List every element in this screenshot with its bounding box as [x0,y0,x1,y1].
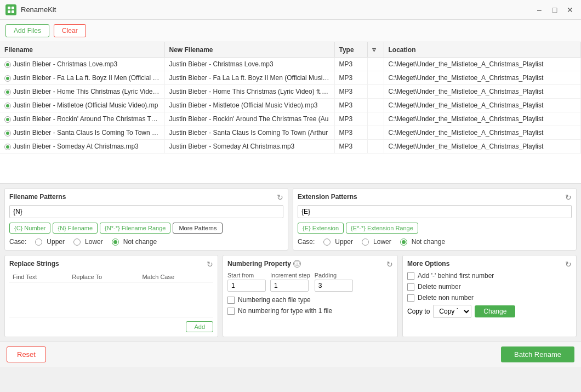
table-row[interactable]: Justin Bieber - Santa Claus Is Coming To… [0,126,581,140]
cell-location: C:\Meget\Under_the_Mistletoe_A_Christmas… [384,112,581,126]
more-check1-box[interactable] [407,272,414,280]
extension-pattern-buttons: {E} Extension {E*-*} Extension Range [298,223,572,234]
pattern-btn-filename[interactable]: {N} Filename [53,223,98,234]
table-row[interactable]: Justin Bieber - Fa La La ft. Boyz II Men… [0,71,581,85]
numbering-refresh[interactable]: ↻ [386,260,393,269]
replace-add-button[interactable]: Add [186,321,213,332]
extension-pattern-input[interactable] [298,205,572,218]
extension-patterns-refresh[interactable]: ↻ [565,193,572,202]
file-table-container: Filename New Filename Type ▿ Location Ju… [0,42,581,184]
filename-case-notchange-radio[interactable] [112,238,119,246]
cell-filter [367,112,384,126]
cell-filter [367,71,384,85]
row-radio[interactable] [4,89,11,95]
cell-filter [367,85,384,99]
add-files-button[interactable]: Add Files [5,24,49,37]
filename-case-upper[interactable]: Upper [35,238,67,246]
cell-filter [367,58,384,71]
cell-filename: Justin Bieber - Santa Claus Is Coming To… [0,126,164,140]
more-check2-box[interactable] [407,283,414,291]
pattern-btn-filename-range[interactable]: {N*-*} Filename Range [100,223,170,234]
cell-location: C:\Meget\Under_the_Mistletoe_A_Christmas… [384,71,581,85]
numbering-info-icon[interactable]: ⓘ [293,260,301,268]
ext-btn-extension[interactable]: {E} Extension [298,223,344,234]
more-options-panel: More Options ↻ Add '-' behind first numb… [402,255,577,337]
cell-new-filename: Justin Bieber - Mistletoe (Official Musi… [164,99,334,112]
row-radio[interactable] [4,130,11,137]
row-radio[interactable] [4,144,11,150]
numbering-check1-box[interactable] [227,297,235,304]
copy-select[interactable]: Copy ` [433,305,471,318]
replace-refresh[interactable]: ↻ [207,260,213,269]
row-radio[interactable] [4,61,11,68]
cell-filename: Justin Bieber - Rockin' Around The Chris… [0,112,164,126]
more-check1-label: Add '-' behind first number [418,272,494,280]
pattern-btn-more[interactable]: More Patterns [173,223,223,234]
pattern-btn-number[interactable]: {C} Number [9,223,50,234]
filename-case-label: Case: [9,238,26,246]
more-options-refresh[interactable]: ↻ [565,260,572,269]
filename-case-notchange-label: Not change [123,238,157,246]
filename-case-notchange[interactable]: Not change [112,238,159,246]
table-row[interactable]: Justin Bieber - Someday At Christmas.mp3… [0,140,581,154]
table-row[interactable]: Justin Bieber - Rockin' Around The Chris… [0,112,581,126]
ext-btn-extension-range[interactable]: {E*-*} Extension Range [346,223,418,234]
padding-field: Padding [315,272,353,292]
increment-step-input[interactable] [270,280,309,292]
file-table: Filename New Filename Type ▿ Location Ju… [0,42,581,154]
filename-patterns-title: Filename Patterns [9,193,283,201]
extension-case-notchange[interactable]: Not change [400,238,447,246]
extension-case-lower-radio[interactable] [362,238,369,246]
table-row[interactable]: Justin Bieber - Home This Christmas (Lyr… [0,85,581,99]
app-logo [5,4,16,15]
filename-case-lower[interactable]: Lower [73,238,105,246]
bottom-bar: Reset Batch Rename [0,342,581,367]
window-controls: – □ ✕ [534,4,576,15]
close-button[interactable]: ✕ [565,4,576,15]
cell-type: MP3 [334,85,367,99]
extension-case-upper[interactable]: Upper [323,238,355,246]
copy-row: Copy to Copy ` Change [407,305,572,318]
extension-case-upper-radio[interactable] [323,238,331,246]
more-check3-box[interactable] [407,294,414,302]
extension-patterns-panel: Extension Patterns ↻ {E} Extension {E*-*… [293,188,577,251]
row-radio[interactable] [4,116,11,123]
filter-icon[interactable]: ▿ [367,42,384,58]
cell-location: C:\Meget\Under_the_Mistletoe_A_Christmas… [384,126,581,140]
filename-patterns-refresh[interactable]: ↻ [277,193,283,202]
extension-case-notchange-label: Not change [412,238,445,246]
cell-filename: Justin Bieber - Mistletoe (Official Musi… [0,99,164,112]
start-from-label: Start from [227,272,266,279]
filename-case-lower-radio[interactable] [73,238,81,246]
change-button[interactable]: Change [475,305,515,317]
cell-new-filename: Justin Bieber - Fa La La ft. Boyz II Men… [164,71,334,85]
table-row[interactable]: Justin Bieber - Christmas Love.mp3 Justi… [0,58,581,71]
numbering-check2-box[interactable] [227,308,235,315]
svg-rect-3 [12,10,14,13]
filename-case-upper-radio[interactable] [35,238,42,246]
filename-pattern-input[interactable] [9,205,283,218]
cell-type: MP3 [334,99,367,112]
extension-case-lower[interactable]: Lower [362,238,394,246]
cell-type: MP3 [334,71,367,85]
minimize-button[interactable]: – [534,4,545,15]
reset-button[interactable]: Reset [7,346,46,362]
filename-case-row: Case: Upper Lower Not change [9,238,283,246]
clear-button[interactable]: Clear [54,24,86,37]
replace-strings-panel: Replace Strings ↻ Find Text Replace To M… [4,255,218,337]
padding-input[interactable] [315,280,353,292]
row-radio[interactable] [4,103,11,109]
maximize-button[interactable]: □ [549,4,560,15]
batch-rename-button[interactable]: Batch Rename [501,346,574,362]
table-row[interactable]: Justin Bieber - Mistletoe (Official Musi… [0,99,581,112]
app-title: RenameKit [21,5,534,14]
cell-location: C:\Meget\Under_the_Mistletoe_A_Christmas… [384,140,581,154]
row-radio[interactable] [4,75,11,82]
start-from-input[interactable] [227,280,266,292]
cell-new-filename: Justin Bieber - Someday At Christmas.mp3 [164,140,334,154]
filename-pattern-buttons: {C} Number {N} Filename {N*-*} Filename … [9,223,283,234]
extension-case-notchange-radio[interactable] [400,238,407,246]
col-header-type: Type [334,42,367,58]
cell-type: MP3 [334,140,367,154]
cell-location: C:\Meget\Under_the_Mistletoe_A_Christmas… [384,99,581,112]
